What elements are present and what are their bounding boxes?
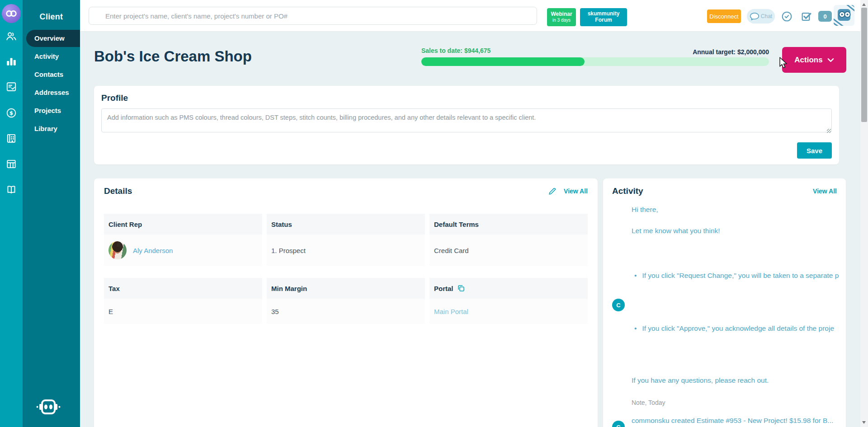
actions-button[interactable]: Actions [782,47,846,73]
details-card: Details View All Client Rep Status Defau… [94,178,598,427]
activity-message: Let me know what you think! [632,227,720,235]
main-portal-link[interactable]: Main Portal [434,308,468,315]
webinar-button[interactable]: Webinar in 3 days [547,8,576,26]
chat-label: Chat [761,13,772,19]
activity-message: If you have any questions, please reach … [632,376,769,385]
client-rep-avatar[interactable] [108,241,127,259]
sidebar-nav: Overview Activity Contacts Addresses Pro… [23,30,80,138]
sidebar-item-library[interactable]: Library [23,120,80,137]
chat-button[interactable]: Chat [747,9,775,23]
sales-progress-bar [421,57,769,66]
sidebar-item-overview[interactable]: Overview [26,30,80,47]
min-margin-value: 35 [267,299,425,324]
skummunity-forum-button[interactable]: skummunity Forum [580,8,627,26]
activity-bullet-message: If you click "Request Change," you will … [634,272,839,280]
profile-title: Profile [101,93,832,103]
field-label: Status [267,214,425,235]
sidebar-item-addresses[interactable]: Addresses [23,84,80,101]
webinar-button-line1: Webinar [551,11,572,18]
tax-value: E [104,299,262,324]
annual-target-label: Annual target: $2,000,000 [633,48,769,56]
commonsku-logo[interactable] [2,4,21,23]
sidebar-item-contacts[interactable]: Contacts [23,66,80,83]
field-label: Default Terms [429,214,588,235]
client-rep-link[interactable]: Aly Anderson [133,247,173,254]
save-button[interactable]: Save [797,142,832,159]
actions-button-label: Actions [794,56,822,65]
portal-cell: Main Portal [429,299,588,324]
details-title: Details [104,186,132,196]
status-value: 1. Prospect [267,235,425,266]
portal-header-cell: Portal [429,278,588,299]
details-grid: Client Rep Status Default Terms Aly Ande… [104,214,588,324]
forum-button-line1: skummunity [588,11,620,17]
sidebar-item-projects[interactable]: Projects [23,102,80,119]
activity-estimate-link[interactable]: commonsku created Estimate #953 - New Pr… [632,417,833,425]
commonsku-avatar: C [612,299,625,311]
forum-button-line2: Forum [595,17,612,23]
page-title: Bob's Ice Cream Shop [94,48,252,65]
user-avatar[interactable] [834,5,854,26]
clipboard-list-icon[interactable] [0,81,23,93]
activity-view-all-link[interactable]: View All [813,188,837,195]
activity-title: Activity [612,186,643,196]
activity-note-meta: Note, Today [632,399,665,406]
people-icon[interactable] [0,30,23,42]
robot-assistant-icon[interactable] [35,397,61,420]
field-label: Client Rep [104,214,262,235]
details-view-all-link[interactable]: View All [564,188,588,195]
sales-progress-fill [421,57,585,66]
notification-count-badge[interactable]: 0 [818,11,832,22]
sidebar-item-activity[interactable]: Activity [23,48,80,65]
scrollbar-thumb[interactable] [861,8,867,122]
profile-card: Profile Save [94,86,839,164]
search-input[interactable] [89,7,537,25]
sidebar: Client Overview Activity Contacts Addres… [23,0,80,427]
icon-rail: $ [0,0,23,427]
scrollbar-up-arrow[interactable] [862,3,866,6]
commonsku-avatar: C [612,421,625,427]
default-terms-value: Credit Card [429,235,588,266]
edit-pencil-icon[interactable] [548,187,557,196]
chat-bubble-icon [750,12,760,21]
profile-notes-textarea[interactable] [101,108,832,132]
svg-text:$: $ [9,110,13,116]
field-label: Min Margin [267,278,425,299]
sales-to-date-label: Sales to date: $944,675 [421,47,491,54]
chevron-down-icon [827,58,834,62]
tasks-checkbox-icon[interactable] [801,11,812,22]
activity-card: Activity View All Hi there, Let me know … [603,178,846,427]
field-label: Portal [434,285,453,292]
activity-message: Hi there, [632,206,658,214]
grid-spacer [104,266,588,278]
field-label: Tax [104,278,262,299]
webinar-button-line2: in 3 days [552,18,571,23]
infinity-logo-icon [5,10,17,17]
table-icon[interactable] [0,158,23,170]
dollar-icon[interactable]: $ [0,107,23,119]
activity-bullet-message: If you click "Approve," you acknowledge … [634,324,834,333]
sidebar-title: Client [23,12,80,22]
book-icon[interactable] [0,184,23,196]
disconnect-button[interactable]: Disconnect [707,9,741,23]
scrollbar-down-arrow[interactable] [862,421,866,424]
copy-icon[interactable] [457,284,465,292]
building-icon[interactable] [0,132,23,144]
page-scrollbar [860,0,868,427]
clock-check-icon[interactable] [781,11,793,22]
bar-chart-icon[interactable] [0,56,23,67]
topbar: Webinar in 3 days skummunity Forum Disco… [80,0,860,32]
client-rep-cell: Aly Anderson [104,235,262,266]
